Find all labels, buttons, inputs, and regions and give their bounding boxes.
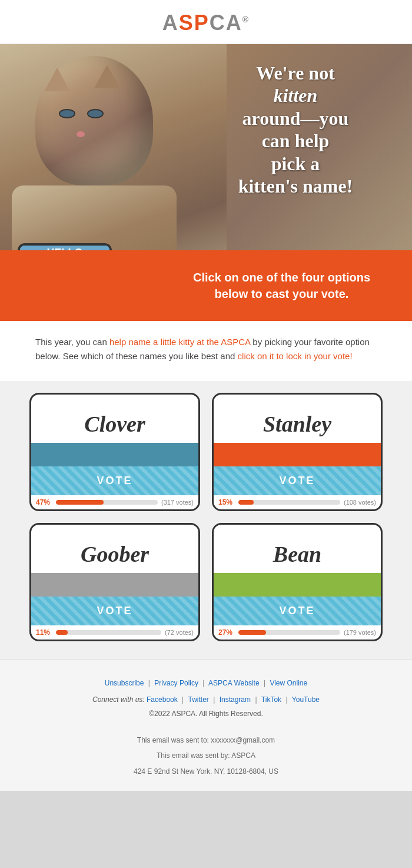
tiktok-link[interactable]: TikTok [261,695,281,704]
footer-email-section: This email was sent to: xxxxxxx@gmail.co… [24,733,388,779]
logo-reg: ® [242,15,250,24]
aspca-website-link[interactable]: ASPCA Website [208,679,259,687]
view-online-link[interactable]: View Online [270,679,307,687]
youtube-link[interactable]: YouTube [292,695,320,704]
progress-bar-fill-stanley [238,500,254,505]
vote-stripe-stanley [214,443,381,466]
vote-count-clover: (317 votes) [161,499,194,506]
unsubscribe-link[interactable]: Unsubscribe [105,679,144,687]
footer-sent-to-email: xxxxxxx@gmail.com [211,736,275,744]
vote-progress-stanley: 15% (108 votes) [214,495,381,509]
progress-bar-bg-goober [56,630,161,635]
vote-name-stanley: Stanley [214,395,381,443]
footer-sent-by-row: This email was sent by: ASPCA [24,748,388,763]
progress-bar-bg-stanley [238,500,340,505]
aspca-logo: ASPCA® [0,11,412,35]
kitten-ear-right [94,65,120,88]
vote-card-goober[interactable]: Goober VOTE 11% (72 votes) [29,523,200,641]
vote-progress-clover: 47% (317 votes) [31,495,198,509]
vote-count-stanley: (108 votes) [344,499,376,506]
footer-links-row: Unsubscribe | Privacy Policy | ASPCA Web… [24,676,388,690]
logo-ca: CA [210,11,242,35]
intro-link[interactable]: help name a little kitty at the ASPCA [109,337,250,347]
vote-name-goober: Goober [31,525,198,573]
vote-count-goober: (72 votes) [165,629,194,636]
vote-stripe-clover [31,443,198,466]
progress-bar-fill-clover [56,500,104,505]
instagram-link[interactable]: Instagram [220,695,251,704]
vote-name-bean: Bean [214,525,381,573]
footer-sent-by: This email was sent by: ASPCA [157,751,255,760]
vote-button-bean[interactable]: VOTE [214,597,381,625]
vote-button-clover[interactable]: VOTE [31,466,198,495]
vote-name-clover: Clover [31,395,198,443]
connect-label: Connect with us: [92,695,145,704]
vote-card-clover[interactable]: Clover VOTE 47% (317 votes) [29,393,200,511]
vote-progress-bean: 27% (179 votes) [214,625,381,640]
vote-button-goober[interactable]: VOTE [31,597,198,625]
vote-pct-stanley: 15% [218,498,235,506]
header: ASPCA® [0,0,412,44]
vote-card-stanley[interactable]: Stanley VOTE 15% (108 votes) [212,393,383,511]
intro-section: This year, you can help name a little ki… [0,321,412,381]
kitten-eye-right [87,109,104,118]
email-wrapper: ASPCA® We're not kitten around—you can h… [0,0,412,791]
vote-pct-bean: 27% [218,628,235,637]
vote-button-stanley[interactable]: VOTE [214,466,381,495]
kitten-nose [77,131,85,137]
vote-count-bean: (179 votes) [344,629,376,636]
footer-copyright: ©2022 ASPCA. All Rights Reserved. [24,707,388,721]
vote-pct-goober: 11% [36,628,52,637]
progress-bar-fill-bean [238,630,266,635]
hero-cta-text: Click on one of the four options below t… [175,269,388,302]
vote-stripe-bean [214,573,381,597]
hero-orange-bar: Click on one of the four options below t… [0,250,412,321]
footer-address: 424 E 92nd St New York, NY, 10128-6804, … [24,764,388,779]
facebook-link[interactable]: Facebook [147,695,178,704]
vote-progress-goober: 11% (72 votes) [31,625,198,640]
logo-as: A [162,11,179,35]
kitten-ear-left [44,68,70,91]
vote-card-bean[interactable]: Bean VOTE 27% (179 votes) [212,523,383,641]
hero-headline: We're not kitten around—you can help pic… [197,62,394,197]
vote-pct-clover: 47% [36,498,52,506]
hero-section: We're not kitten around—you can help pic… [0,44,412,321]
vote-grid: Clover VOTE 47% (317 votes) Stanley VOTE… [0,381,412,659]
twitter-link[interactable]: Twitter [188,695,209,704]
logo-sp: SP [179,11,210,35]
kitten-eye-left [59,109,75,118]
intro-link-vote[interactable]: click on it to lock in your vote! [238,351,353,361]
footer-sent-to-label: This email was sent to: [137,736,209,744]
progress-bar-bg-clover [56,500,158,505]
privacy-policy-link[interactable]: Privacy Policy [154,679,198,687]
progress-bar-bg-bean [238,630,340,635]
footer: Unsubscribe | Privacy Policy | ASPCA Web… [0,659,412,791]
intro-paragraph: This year, you can help name a little ki… [35,335,377,363]
footer-social-row: Connect with us: Facebook | Twitter | In… [24,693,388,707]
footer-sent-to-row: This email was sent to: xxxxxxx@gmail.co… [24,733,388,748]
hero-headline-area: We're not kitten around—you can help pic… [197,62,394,197]
progress-bar-fill-goober [56,630,68,635]
vote-stripe-goober [31,573,198,597]
